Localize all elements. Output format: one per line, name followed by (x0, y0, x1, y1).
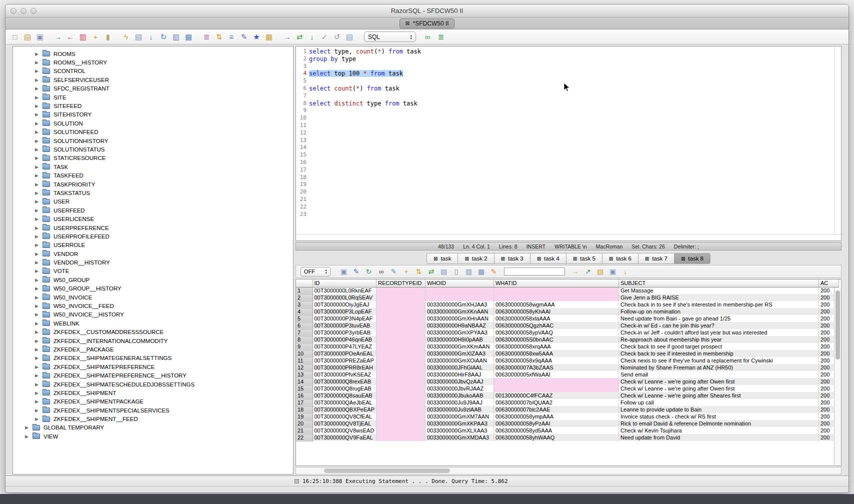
cell-subject[interactable]: Send email (618, 371, 818, 378)
limit-select[interactable]: OFF ▴▾ (300, 267, 330, 276)
cell-whoid[interactable]: 0033000000GmXMDAA3 (425, 434, 494, 441)
tree-item[interactable]: ▶TASKPRIORITY (13, 180, 293, 188)
favorites-icon[interactable]: ★ (252, 32, 261, 42)
cell-subject[interactable]: Re-approach about membership this year (618, 336, 818, 343)
tree-item[interactable]: ▶TASKFEED (13, 171, 293, 180)
messages-icon[interactable]: ▤ (345, 32, 354, 42)
cell-subject[interactable]: Check back in to see if she's interested… (618, 301, 818, 308)
tab-close-icon[interactable]: ⊠ (434, 256, 438, 262)
cell-subject[interactable]: Follow up call (618, 399, 818, 406)
edit-mode-icon[interactable]: ✎ (390, 268, 398, 276)
cell-whatid[interactable]: 00630000007blc2AAE (494, 406, 618, 413)
caret-icon[interactable]: ▶ (35, 242, 40, 248)
cell-subject[interactable]: Leanne to provide update to Bain (618, 406, 818, 413)
cell-subject[interactable]: Nominated by Shane Freeman at ANZ (HR50) (618, 364, 818, 371)
close-window-icon[interactable] (10, 8, 16, 14)
cell-whatid[interactable] (494, 294, 618, 301)
result-tab-task-7[interactable]: ⊠task 7 (638, 253, 674, 264)
tree-item[interactable]: ▶USERPREFERENCE (13, 224, 293, 232)
tree-item[interactable]: ▶USERLICENSE (13, 214, 293, 223)
tree-item[interactable]: ▶SFDC_REGISTRANT (13, 84, 293, 93)
cell-subject[interactable]: Check back to see if good target prospec… (618, 343, 818, 350)
table-row[interactable]: 1100T3000000PREZaEAP0033000000GmXOiAAN00… (296, 357, 838, 364)
caret-icon[interactable]: ▶ (35, 260, 40, 265)
disconnect-icon[interactable]: ← (66, 32, 75, 42)
cell-id[interactable]: 00T3000000QBXPeEAP (312, 406, 376, 413)
cell-recordtypeid[interactable] (376, 308, 425, 315)
save-icon[interactable]: ▣ (36, 32, 44, 42)
tree-item[interactable]: ▶SCONTROL (13, 67, 293, 76)
cell-recordtypeid[interactable] (376, 322, 425, 329)
format-sql-icon[interactable]: ≣ (202, 32, 211, 42)
tree-item[interactable]: ▶SITEFEED (13, 102, 293, 110)
cell-whoid[interactable]: 0033000000H9aNBAAZ (425, 322, 494, 329)
caret-icon[interactable]: ▶ (35, 356, 40, 360)
cell-whoid[interactable]: 0033000000GmXPYAA3 (425, 329, 494, 336)
sort-lines-icon[interactable]: ⇅ (214, 32, 224, 42)
tree-item[interactable]: ▶ZKFEDEX__SHIPMATEPREFERENCE__HISTORY (13, 371, 293, 380)
tree-item[interactable]: ▶VENDOR__HISTORY (13, 258, 293, 266)
cell-subject[interactable]: Check w/ Kevin Tsujihara (618, 427, 818, 434)
caret-icon[interactable]: ▶ (35, 278, 40, 282)
stepper-icon[interactable]: ▴▾ (325, 268, 327, 274)
caret-icon[interactable]: ▶ (35, 121, 40, 126)
filter-icon[interactable]: ✎ (352, 268, 360, 276)
result-tab-task-2[interactable]: ⊠task 2 (458, 253, 494, 264)
cell-subject[interactable]: Get Massage (618, 287, 818, 294)
table-row[interactable]: 1300T3000000PfvKSEAZ0033000000HirF8AAJ00… (296, 371, 838, 378)
cell-recordtypeid[interactable] (376, 350, 425, 357)
caret-icon[interactable]: ▶ (35, 390, 40, 396)
document-tab[interactable]: ⊠ *SFDCW50 II (400, 18, 454, 28)
table-row[interactable]: 700T3000000P3yrbEAB0033000000GmXPYAA3006… (296, 329, 838, 336)
table-row[interactable]: 600T3000000P3tuvEAB0033000000H9aNBAAZ006… (296, 322, 838, 329)
add-connection-icon[interactable]: + (91, 32, 100, 42)
align-icon[interactable]: ≡ (227, 32, 236, 42)
cell-recordtypeid[interactable] (376, 336, 425, 343)
cell-recordtypeid[interactable] (376, 329, 425, 336)
cell-whatid[interactable]: 00630000007bIQUAA2 (494, 399, 618, 406)
caret-icon[interactable]: ▶ (35, 364, 40, 370)
stepper-icon[interactable]: ▴▾ (410, 34, 412, 40)
cell-whoid[interactable]: 0033000000GmXHJAA3 (425, 301, 494, 308)
cell-whatid[interactable] (494, 385, 618, 392)
table-row[interactable]: 800T3000000P46qnEAB0033000000H9i0pAAB006… (296, 336, 838, 343)
results-search-input[interactable] (504, 268, 565, 276)
tree-item[interactable]: ▶W50_INVOICE (13, 293, 293, 302)
table-row[interactable]: 1500T3000000Q8rugEAB0033000000JbvRJAAZCh… (296, 385, 838, 392)
caret-icon[interactable]: ▶ (35, 408, 40, 413)
refresh-results-icon[interactable]: ↻ (364, 268, 373, 276)
editor-vertical-scrollbar[interactable] (834, 46, 841, 234)
table-row[interactable]: 200T3000000L0RqSEAVGive Jenn a BIG RAISE… (296, 294, 838, 301)
cell-whatid[interactable]: 0013000000C4fFCAAZ (494, 392, 618, 399)
tree-item[interactable]: ▶ROOMS (13, 50, 293, 58)
tab-close-icon[interactable]: ⊠ (501, 256, 505, 262)
cell-id[interactable]: 00T3000000Q8rexEAB (312, 378, 376, 385)
tab-close-icon[interactable]: ⊠ (537, 256, 541, 262)
caret-icon[interactable]: ▶ (35, 373, 40, 378)
tree-item[interactable]: ▶USER (13, 198, 293, 206)
tree-item[interactable]: ▶ZKFEDEX__SHIPMENT (13, 388, 293, 397)
cell-subject[interactable]: Need update from David (618, 434, 818, 441)
cell-id[interactable]: 00T3000000P3tuvEAB (312, 322, 376, 329)
cell-whoid[interactable] (425, 294, 494, 301)
minimize-window-icon[interactable] (20, 8, 26, 14)
column-header-recordtypeid[interactable]: RECORDTYPEID (376, 280, 425, 287)
cell-recordtypeid[interactable] (376, 406, 425, 413)
database-icon[interactable]: ▮ (104, 32, 112, 42)
zoom-window-icon[interactable] (30, 8, 36, 14)
cell-whoid[interactable]: 0033000000GmXKnAAN (425, 308, 494, 315)
find-next-icon[interactable]: → (571, 268, 580, 276)
cell-id[interactable]: 00T3000000POeAnEAL (312, 350, 376, 357)
result-tab-task-3[interactable]: ⊠task 3 (494, 253, 530, 264)
caret-icon[interactable]: ▶ (35, 347, 40, 352)
cell-recordtypeid[interactable] (376, 357, 425, 364)
edit-query-icon[interactable]: ✎ (240, 32, 248, 42)
scrollbar-thumb[interactable] (836, 290, 840, 360)
tab-close-icon[interactable]: ⊠ (573, 256, 577, 262)
cell-whoid[interactable]: 0033000000JbukoAAB (425, 392, 494, 399)
cell-id[interactable]: 00T3000000P46qnEAB (312, 336, 376, 343)
tree-item[interactable]: ▶SOLUTION (13, 119, 293, 128)
caret-icon[interactable]: ▶ (35, 312, 40, 317)
table-row[interactable]: 900T3000000P47LYEAZ0033000000GmXKmAAN006… (296, 343, 838, 350)
cell-id[interactable]: 00T3000000QV8CfEAL (312, 413, 376, 420)
